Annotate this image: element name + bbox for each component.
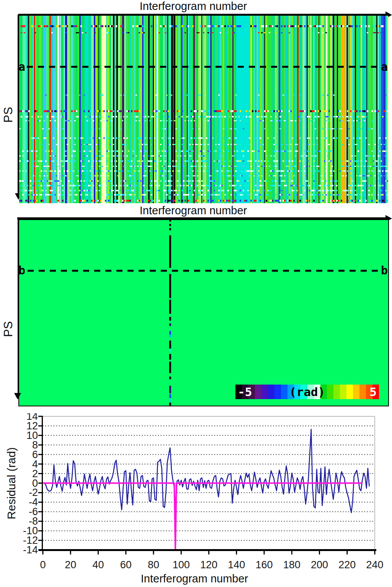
outlier-column-segment xyxy=(169,274,171,298)
colorbar-units-label: (rad) xyxy=(235,385,379,399)
tick-label: 120 xyxy=(200,559,217,571)
panel-a-y-label: PS xyxy=(2,88,15,142)
transect-b-label-left: b xyxy=(18,264,25,277)
residual-line-chart: 14121086420-2-4-6-8-10-12-14020406080100… xyxy=(0,413,392,587)
outlier-column-segment xyxy=(169,362,171,373)
outlier-column-segment xyxy=(169,349,171,351)
outlier-column-segment xyxy=(169,394,171,398)
outlier-column-segment xyxy=(169,354,171,360)
outlier-column-segment xyxy=(169,300,171,314)
outlier-column-segment xyxy=(169,219,171,222)
tick-label: 160 xyxy=(255,559,273,571)
panel-c-x-label: Interferogram number xyxy=(0,572,389,585)
transect-b-label-right: b xyxy=(381,264,388,277)
tick-label: 100 xyxy=(173,559,190,571)
panel-b-title: Interferogram number xyxy=(0,204,387,217)
tick-label: -14 xyxy=(23,544,38,556)
outlier-interferogram-column xyxy=(169,219,171,406)
outlier-column-segment xyxy=(169,341,171,349)
tick-label: 200 xyxy=(311,559,328,571)
panel-b-y-axis xyxy=(18,218,19,393)
interferogram-ps-heatmap xyxy=(19,16,388,203)
outlier-column-segment xyxy=(169,399,171,401)
panel-c-y-label: Residual (rad) xyxy=(5,439,18,527)
outlier-column-segment xyxy=(169,377,171,379)
outlier-column-segment xyxy=(169,224,171,226)
tick-label: 140 xyxy=(228,559,245,571)
tick-label: 80 xyxy=(148,559,159,571)
outlier-column-segment xyxy=(169,228,171,230)
tick-label: 20 xyxy=(65,559,76,571)
tick-label: 220 xyxy=(338,559,356,571)
transect-a-label-right: a xyxy=(381,60,388,73)
outlier-column-segment xyxy=(169,386,171,393)
tick-label: 60 xyxy=(120,559,132,571)
corrected-residual-heatmap xyxy=(18,219,389,406)
tick-label: 240 xyxy=(366,559,383,571)
outlier-column-segment xyxy=(169,334,171,337)
tick-label: 0 xyxy=(40,559,46,571)
transect-b-line xyxy=(28,270,378,272)
residual-series-line xyxy=(44,429,369,513)
colorbar-max-label: 5 xyxy=(360,385,377,399)
tick-label: 180 xyxy=(283,559,301,571)
panel-b-y-axis-arrow-icon xyxy=(14,393,21,399)
figure-root: { "chart_data": [ { "type": "heatmap", "… xyxy=(0,0,392,587)
outlier-column-segment xyxy=(169,317,171,321)
transect-a-label-left: a xyxy=(18,60,25,73)
transect-a-line xyxy=(27,66,378,68)
outlier-column-segment xyxy=(169,323,171,326)
panel-a-title: Interferogram number xyxy=(0,0,387,13)
outlier-column-segment xyxy=(169,331,171,334)
outlier-column-segment xyxy=(169,403,171,406)
outlier-column-segment xyxy=(169,235,171,268)
tick-label: 40 xyxy=(92,559,104,571)
panel-b-y-label: PS xyxy=(2,302,15,356)
